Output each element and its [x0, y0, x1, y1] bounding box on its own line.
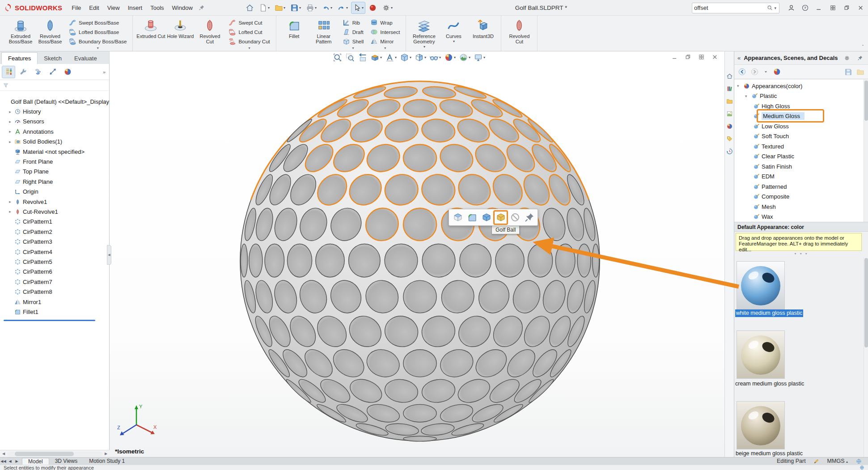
appearance-tree-item-appearances-color[interactable]: ▾Appearances(color) [734, 81, 864, 91]
menu-edit[interactable]: Edit [85, 3, 103, 13]
propertymanager-tab[interactable] [17, 66, 30, 78]
appearance-tree-item-edm[interactable]: EDM [734, 172, 864, 182]
graphics-area[interactable]: Golf Ball YXZ *Isometric [110, 64, 724, 457]
tree-item-cirpattern6[interactable]: CirPattern6 [0, 267, 109, 277]
ribbon-button-wrap[interactable]: Wrap [368, 18, 402, 27]
tree-item-revolve1[interactable]: ▸Revolve1 [0, 197, 109, 207]
swatch-thumbnail-cream-medium-gloss-plastic[interactable] [737, 330, 785, 379]
appearance-tree-item-satin-finish[interactable]: Satin Finish [734, 161, 864, 172]
file-explorer-tab[interactable] [726, 98, 733, 105]
appearance-tree-item-composite[interactable]: Composite [734, 192, 864, 202]
tree-item-cirpattern8[interactable]: CirPattern8 [0, 287, 109, 296]
tab-scroll-first-icon[interactable]: ◀◀ [0, 459, 7, 463]
previous-view-button[interactable] [357, 52, 368, 63]
displaymanager-tab[interactable] [61, 66, 74, 78]
new-document-button[interactable]: ▾ [257, 2, 271, 14]
forward-button[interactable] [750, 68, 759, 76]
ribbon-button-extruded-boss-base[interactable]: Extruded Boss/Base [6, 16, 35, 50]
ribbon-button-curves[interactable]: Curves▾ [439, 16, 468, 50]
undo-button[interactable]: ▾ [320, 2, 334, 14]
pane-splitter[interactable]: ● ● ● [734, 252, 868, 256]
menu-window[interactable]: Window [168, 3, 197, 13]
apply-to-body-button[interactable] [481, 212, 492, 223]
options-button[interactable]: ▾ [380, 2, 394, 14]
menu-insert[interactable]: Insert [124, 3, 147, 13]
task-pane-pin-icon[interactable] [855, 53, 865, 63]
ribbon-button-lofted-cut[interactable]: Lofted Cut [227, 27, 271, 37]
golf-ball-model[interactable] [110, 64, 724, 457]
open-appearance-folder-button[interactable] [856, 68, 864, 76]
solidworks-resources-tab[interactable] [726, 73, 733, 80]
rollback-bar[interactable] [4, 320, 95, 321]
ribbon-button-intersect[interactable]: Intersect [368, 27, 402, 37]
ribbon-button-revolved-cut[interactable]: Revolved Cut [504, 16, 534, 50]
appearance-tree-item-clear-plastic[interactable]: Clear Plastic [734, 152, 864, 162]
appearance-tree-item-low-gloss[interactable]: Low Gloss [734, 121, 864, 131]
open-button[interactable]: ▾ [273, 2, 287, 14]
tile-windows-button[interactable] [828, 3, 838, 13]
select-button[interactable]: ▾ [351, 2, 365, 14]
ribbon-button-draft[interactable]: Draft [341, 27, 366, 37]
configurationmanager-tab[interactable] [31, 66, 45, 78]
minimize-button[interactable] [814, 3, 824, 13]
help-icon[interactable]: ? [800, 3, 810, 13]
swatch-label-white-medium-gloss-plastic[interactable]: white medium gloss plastic [735, 309, 803, 317]
close-button[interactable] [855, 3, 865, 13]
search-icon[interactable] [766, 4, 773, 11]
ribbon-button-instant3d[interactable]: Instant3D [468, 16, 498, 50]
appearance-tree-item-mesh[interactable]: Mesh [734, 202, 864, 212]
collapse-pane-icon[interactable]: « [737, 55, 741, 61]
menu-tools[interactable]: Tools [146, 3, 168, 13]
units-selector[interactable]: MMGS ▴ [827, 458, 848, 464]
custom-properties-tab[interactable] [726, 135, 733, 142]
close-document-button[interactable] [711, 54, 718, 60]
stack-dropdown-icon[interactable]: ▾ [67, 46, 128, 51]
home-button[interactable] [244, 2, 256, 14]
tree-item-history[interactable]: ▸History [0, 106, 109, 116]
ribbon-button-revolved-boss-base[interactable]: Revolved Boss/Base [35, 16, 65, 50]
tree-item-cirpattern4[interactable]: CirPattern4 [0, 247, 109, 257]
menubar-pin-icon[interactable] [199, 4, 205, 11]
stack-dropdown-icon[interactable]: ▾ [227, 46, 271, 51]
save-button[interactable]: ▾ [288, 2, 303, 14]
swatch-label-cream-medium-gloss-plastic[interactable]: cream medium gloss plastic [735, 380, 803, 388]
tree-item-top-plane[interactable]: Top Plane [0, 167, 109, 177]
appearances-home-button[interactable] [773, 68, 781, 76]
search-input[interactable] [694, 4, 766, 11]
tree-item-mirror1[interactable]: Mirror1 [0, 297, 109, 307]
tree-item-cirpattern5[interactable]: CirPattern5 [0, 257, 109, 267]
appearance-tree-item-patterned[interactable]: Patterned [734, 182, 864, 192]
ribbon-button-extruded-cut[interactable]: Extruded Cut [136, 16, 165, 50]
tree-item-cirpattern1[interactable]: CirPattern1 [0, 217, 109, 227]
ribbon-button-fillet[interactable]: Fillet [279, 16, 309, 50]
scroll-left-icon[interactable]: ◀ [0, 452, 7, 456]
view-settings-button[interactable]: ▾ [473, 52, 486, 63]
tree-item-right-plane[interactable]: Right Plane [0, 177, 109, 186]
ribbon-button-shell[interactable]: Shell [341, 37, 366, 46]
ribbon-button-swept-cut[interactable]: Swept Cut [227, 18, 271, 27]
user-icon[interactable] [786, 3, 796, 13]
hide-show-items-button[interactable]: ▾ [428, 52, 442, 63]
tree-root-golf-ball[interactable]: Golf Ball (Default) <<Default>_Display S… [0, 97, 109, 106]
menu-view[interactable]: View [103, 3, 124, 13]
ribbon-button-boundary-cut[interactable]: Boundary Cut [227, 37, 271, 46]
tab-evaluate[interactable]: Evaluate [68, 53, 103, 64]
ribbon-button-lofted-boss-base[interactable]: Lofted Boss/Base [67, 27, 128, 37]
appearance-tree-item-plastic[interactable]: ▾Plastic [734, 91, 864, 102]
ribbon-button-rib[interactable]: Rib [341, 18, 366, 27]
design-library-tab[interactable] [726, 85, 733, 92]
doc-tab-model[interactable]: Model [22, 458, 49, 465]
doc-tab-3d-views[interactable]: 3D Views [49, 458, 83, 465]
save-appearance-button[interactable] [844, 68, 852, 76]
scrollbar-thumb[interactable] [864, 258, 868, 347]
horizontal-scrollbar[interactable]: ◀ ▶ [0, 450, 110, 457]
scrollbar-thumb[interactable] [15, 452, 74, 456]
tree-item-cirpattern2[interactable]: CirPattern2 [0, 227, 109, 237]
appearance-tree-item-high-gloss[interactable]: High Gloss [734, 101, 864, 111]
view-palette-tab[interactable] [726, 110, 733, 117]
tree-item-origin[interactable]: Origin [0, 187, 109, 197]
apply-to-feature-button[interactable] [467, 212, 478, 223]
edit-appearance-button[interactable]: ▾ [443, 52, 457, 63]
ribbon-button-mirror[interactable]: Mirror [368, 37, 402, 46]
tree-item-cirpattern3[interactable]: CirPattern3 [0, 237, 109, 246]
